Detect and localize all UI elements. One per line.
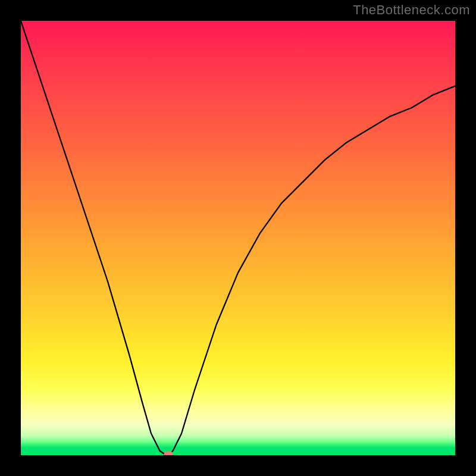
min-marker: [164, 451, 173, 455]
watermark-text: TheBottleneck.com: [353, 2, 470, 18]
curve-path: [21, 21, 455, 455]
chart-frame: TheBottleneck.com: [0, 0, 476, 476]
bottleneck-curve: [21, 21, 455, 455]
plot-area: [21, 21, 455, 455]
